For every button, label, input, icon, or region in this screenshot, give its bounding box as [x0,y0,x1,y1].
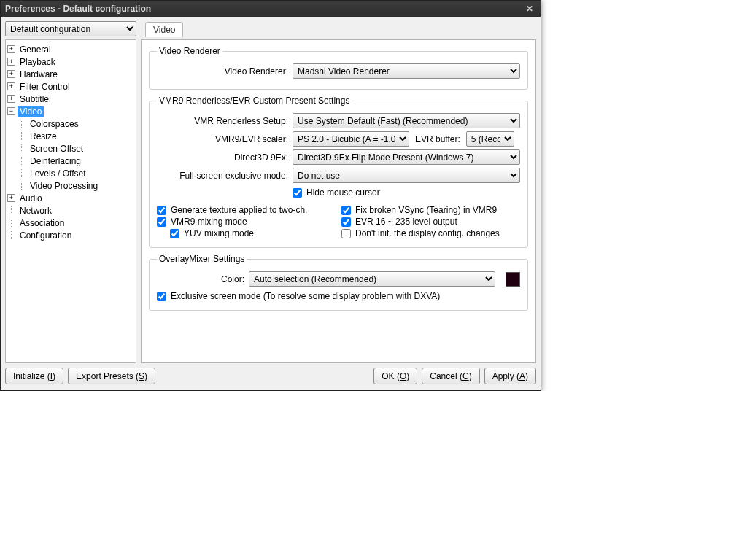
close-icon[interactable]: ✕ [523,4,536,14]
apply-button[interactable]: Apply (A) [484,368,536,384]
tree-branch-icon [18,120,26,128]
label-vmr-setup: VMR Renderless Setup: [157,116,293,126]
tree-branch-icon [18,144,26,152]
tree-item-association[interactable]: Association [18,218,66,228]
tree-branch-icon [7,219,15,227]
color-swatch[interactable] [506,272,520,287]
label-hide-cursor: Hide mouse cursor [306,187,380,198]
tree-item-video-processing[interactable]: Video Processing [28,181,100,191]
minus-icon[interactable]: − [7,107,15,115]
preferences-window: Preferences - Default configuration ✕ De… [0,0,541,391]
group-legend: OverlayMixer Settings [157,254,247,264]
window-title: Preferences - Default configuration [5,4,523,14]
tabstrip: Video [145,21,183,36]
tree-item-configuration[interactable]: Configuration [18,230,74,241]
tree-branch-icon [18,182,26,190]
cancel-button[interactable]: Cancel (C) [422,368,479,384]
chk-evr-level[interactable] [341,217,351,227]
chk-hide-cursor[interactable] [293,188,302,198]
select-d3d9ex[interactable]: Direct3D 9Ex Flip Mode Present (Windows … [293,149,520,165]
tree-branch-icon [7,206,15,214]
chk-fix-vsync[interactable] [341,206,351,215]
tree-item-subtitle[interactable]: Subtitle [18,94,51,104]
tree-item-general[interactable]: General [18,44,53,55]
group-video-renderer: Video Renderer Video Renderer: Madshi Vi… [149,46,528,90]
label-video-renderer: Video Renderer: [157,66,293,77]
label-evr-buffer: EVR buffer: [415,134,460,144]
group-overlay-mixer: OverlayMixer Settings Color: Auto select… [149,254,528,311]
plus-icon[interactable]: + [7,45,15,53]
select-vmr-setup[interactable]: Use System Default (Fast) (Recommended) [293,113,520,128]
tree-item-network[interactable]: Network [18,206,54,216]
label-yuv-mixing: YUV mixing mode [184,228,254,238]
label-fs-exclusive: Full-screen exclusive mode: [157,171,293,181]
label-evr-level: EVR 16 ~ 235 level output [355,217,457,227]
plus-icon[interactable]: + [7,70,15,78]
tree-item-playback[interactable]: Playback [18,57,58,67]
plus-icon[interactable]: + [7,58,15,66]
footer: Initialize (I) Export Presets (S) OK (O)… [5,363,536,386]
select-vmr-scaler[interactable]: PS 2.0 - Bicubic (A = -1.0) [293,131,409,147]
group-legend: Video Renderer [157,46,222,56]
label-gen-texture: Generate texture applied to two-ch. [171,205,307,215]
plus-icon[interactable]: + [7,95,15,103]
select-fs-exclusive[interactable]: Do not use [293,168,520,183]
preset-select[interactable]: Default configuration [5,21,136,36]
settings-panel: Video Renderer Video Renderer: Madshi Vi… [141,39,536,363]
tree-item-filter-control[interactable]: Filter Control [18,82,72,92]
chk-exclusive-screen[interactable] [157,292,166,301]
chk-yuv-mixing[interactable] [170,229,179,238]
initialize-button[interactable]: Initialize (I) [5,368,63,384]
label-fix-vsync: Fix broken VSync (Tearing) in VMR9 [355,205,497,215]
select-evr-buffer[interactable]: 5 (Reco [466,131,514,147]
tree-item-audio[interactable]: Audio [18,193,44,203]
tree-item-colorspaces[interactable]: Colorspaces [28,119,81,129]
select-video-renderer[interactable]: Madshi Video Renderer [293,63,520,79]
label-exclusive-screen: Exclusive screen mode (To resolve some d… [171,291,440,301]
titlebar: Preferences - Default configuration ✕ [1,1,541,17]
export-presets-button[interactable]: Export Presets (S) [68,368,155,384]
chk-gen-texture[interactable] [157,206,166,215]
tree-item-hardware[interactable]: Hardware [18,69,60,79]
tree-branch-icon [18,169,26,177]
tree-item-deinterlacing[interactable]: Deinterlacing [28,156,83,166]
ok-button[interactable]: OK (O) [374,368,417,384]
category-tree[interactable]: +General +Playback +Hardware +Filter Con… [5,39,136,363]
label-dont-init: Don't init. the display config. changes [355,228,500,238]
tree-item-levels-offset[interactable]: Levels / Offset [28,168,88,179]
group-legend: VMR9 Renderless/EVR Custom Present Setti… [157,96,352,106]
label-vmr-scaler: VMR9/EVR scaler: [157,134,293,144]
tree-branch-icon [18,157,26,165]
select-overlay-color[interactable]: Auto selection (Recommended) [249,271,495,287]
tree-item-screen-offset[interactable]: Screen Offset [28,144,85,154]
label-overlay-color: Color: [157,274,249,284]
plus-icon[interactable]: + [7,194,15,202]
label-mixing-mode: VMR9 mixing mode [171,217,247,227]
tree-branch-icon [7,231,15,239]
tree-item-video[interactable]: Video [18,106,44,117]
label-d3d9ex: Direct3D 9Ex: [157,152,293,163]
tab-video[interactable]: Video [145,22,183,37]
group-vmr9: VMR9 Renderless/EVR Custom Present Setti… [149,96,528,248]
plus-icon[interactable]: + [7,82,15,90]
tree-branch-icon [18,132,26,140]
tree-item-resize[interactable]: Resize [28,131,59,141]
chk-dont-init[interactable] [341,229,351,238]
chk-mixing-mode[interactable] [157,217,166,227]
